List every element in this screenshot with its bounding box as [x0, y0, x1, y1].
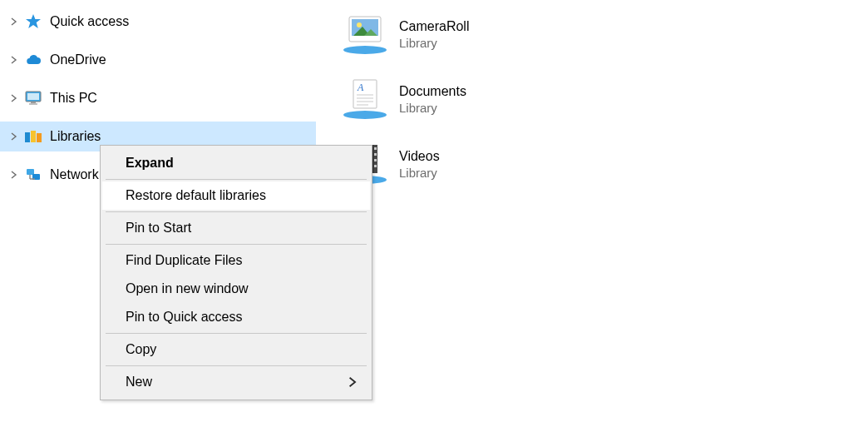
menu-item-restore-default-libraries[interactable]: Restore default libraries	[102, 181, 370, 210]
chevron-right-icon[interactable]	[8, 92, 20, 104]
menu-item-find-duplicate-files[interactable]: Find Duplicate Files	[102, 246, 370, 275]
content-pane: CameraRoll Library A Documen	[316, 0, 868, 422]
svg-rect-4	[29, 103, 37, 105]
svg-rect-7	[37, 133, 42, 142]
nav-label: Libraries	[50, 129, 101, 144]
menu-separator	[106, 211, 367, 212]
pictures-library-icon	[341, 12, 389, 57]
menu-label: Restore default libraries	[126, 188, 266, 203]
svg-text:A: A	[357, 82, 364, 93]
nav-label: Quick access	[50, 14, 129, 29]
library-name: Documents	[399, 84, 466, 99]
menu-separator	[106, 179, 367, 180]
menu-item-pin-to-start[interactable]: Pin to Start	[102, 214, 370, 242]
menu-separator	[106, 244, 367, 245]
star-icon	[25, 13, 42, 30]
menu-label: Copy	[126, 342, 156, 357]
svg-point-18	[343, 111, 387, 119]
context-menu: Expand Restore default libraries Pin to …	[100, 145, 372, 400]
submenu-arrow-icon	[348, 377, 358, 388]
menu-item-new[interactable]: New	[102, 368, 370, 396]
chevron-right-icon[interactable]	[8, 131, 20, 142]
svg-marker-0	[26, 14, 41, 28]
svg-point-12	[343, 46, 387, 54]
library-subtitle: Library	[399, 101, 466, 115]
menu-item-open-in-new-window[interactable]: Open in new window	[102, 275, 370, 303]
nav-label: Network	[50, 167, 99, 182]
library-item-documents[interactable]: A Documents Library	[316, 67, 599, 132]
menu-label: Pin to Start	[126, 221, 191, 236]
menu-item-copy[interactable]: Copy	[102, 335, 370, 364]
library-name: CameraRoll	[399, 19, 469, 34]
svg-rect-35	[374, 147, 377, 150]
svg-rect-6	[31, 131, 36, 142]
svg-rect-36	[374, 153, 377, 156]
library-subtitle: Library	[399, 36, 469, 50]
menu-label: Open in new window	[126, 281, 249, 296]
library-subtitle: Library	[399, 166, 440, 180]
svg-rect-2	[27, 93, 39, 100]
library-item-cameraroll[interactable]: CameraRoll Library	[316, 2, 599, 67]
svg-point-15	[357, 22, 362, 27]
nav-item-quick-access[interactable]: Quick access	[0, 7, 316, 37]
libraries-icon	[25, 128, 42, 145]
menu-label: Expand	[126, 156, 174, 171]
library-grid: CameraRoll Library A Documen	[316, 2, 868, 196]
monitor-icon	[25, 90, 42, 107]
menu-label: New	[126, 375, 152, 390]
menu-label: Pin to Quick access	[126, 310, 243, 325]
menu-item-pin-to-quick-access[interactable]: Pin to Quick access	[102, 303, 370, 331]
menu-label: Find Duplicate Files	[126, 253, 243, 268]
svg-rect-3	[31, 102, 36, 103]
library-name: Videos	[399, 149, 440, 164]
svg-rect-37	[374, 159, 377, 161]
network-icon	[25, 166, 42, 183]
svg-rect-5	[25, 132, 30, 142]
chevron-right-icon[interactable]	[8, 169, 20, 181]
nav-label: OneDrive	[50, 52, 106, 67]
svg-rect-8	[27, 169, 34, 175]
svg-rect-38	[374, 165, 377, 167]
menu-separator	[106, 365, 367, 366]
chevron-right-icon[interactable]	[8, 16, 20, 27]
documents-library-icon: A	[341, 77, 389, 122]
nav-label: This PC	[50, 91, 97, 106]
nav-item-this-pc[interactable]: This PC	[0, 83, 316, 113]
menu-separator	[106, 333, 367, 334]
menu-item-expand[interactable]: Expand	[102, 149, 370, 177]
chevron-right-icon[interactable]	[8, 54, 20, 66]
nav-item-onedrive[interactable]: OneDrive	[0, 45, 316, 75]
cloud-icon	[25, 52, 42, 68]
